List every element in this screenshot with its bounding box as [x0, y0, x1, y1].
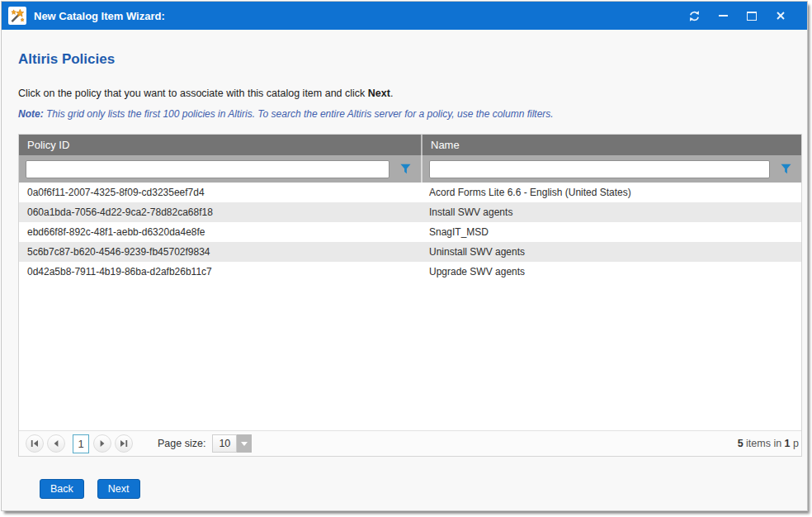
- next-page-button[interactable]: [93, 434, 111, 453]
- note-text: Note: This grid only lists the first 100…: [18, 108, 802, 120]
- grid-body: 0a0f6f11-2007-4325-8f09-cd3235eef7d4 Aco…: [19, 183, 801, 282]
- last-page-icon: [120, 439, 128, 448]
- filter-cell-policy-id: [19, 155, 421, 183]
- column-header-name[interactable]: Name: [421, 135, 801, 155]
- wizard-footer: Back Next: [40, 479, 802, 499]
- pages-count-label: p: [791, 438, 799, 449]
- wizard-window: New Catalog Item Wizard: Altiris: [2, 2, 807, 510]
- note-label: Note:: [18, 108, 44, 120]
- window-controls: [687, 9, 787, 22]
- instruction-suffix: .: [390, 88, 393, 99]
- filter-funnel-icon: [400, 164, 411, 174]
- filter-cell-name: [421, 155, 801, 183]
- policy-id-filter-button[interactable]: [389, 155, 421, 183]
- filter-funnel-icon: [781, 164, 791, 174]
- cell-policy-id[interactable]: 0d42a5b8-7911-4b19-86ba-d2afb26b11c7: [19, 262, 421, 282]
- last-page-button[interactable]: [115, 434, 133, 453]
- grid-filter-row: [19, 155, 801, 183]
- current-page-indicator[interactable]: 1: [73, 434, 89, 453]
- previous-page-button[interactable]: [47, 434, 65, 453]
- page-title: Altiris Policies: [18, 51, 802, 68]
- table-row[interactable]: 060a1bda-7056-4d22-9ca2-78d82ca68f18 Ins…: [19, 202, 801, 222]
- cell-name[interactable]: Acord Forms Lite 6.6 - English (United S…: [421, 183, 801, 202]
- items-count-number: 5: [738, 438, 744, 449]
- cell-policy-id[interactable]: ebd66f8f-892c-48f1-aebb-d6320da4e8fe: [19, 222, 421, 242]
- maximize-icon[interactable]: [745, 9, 758, 22]
- table-row[interactable]: 0d42a5b8-7911-4b19-86ba-d2afb26b11c7 Upg…: [19, 262, 801, 282]
- first-page-button[interactable]: [26, 434, 44, 453]
- first-page-icon: [31, 439, 39, 448]
- table-row[interactable]: ebd66f8f-892c-48f1-aebb-d6320da4e8fe Sna…: [19, 222, 801, 242]
- back-button[interactable]: Back: [40, 479, 84, 499]
- items-count-text: 5 items in 1 p: [738, 438, 799, 449]
- instruction-bold: Next: [368, 88, 390, 99]
- previous-page-icon: [52, 439, 60, 448]
- name-filter-button[interactable]: [770, 155, 801, 183]
- cell-policy-id[interactable]: 060a1bda-7056-4d22-9ca2-78d82ca68f18: [19, 202, 421, 222]
- policies-grid: Policy ID Name: [18, 134, 802, 457]
- note-body: This grid only lists the first 100 polic…: [44, 108, 554, 120]
- cell-name[interactable]: SnagIT_MSD: [421, 222, 801, 242]
- next-button[interactable]: Next: [97, 479, 140, 499]
- page-size-label: Page size:: [158, 438, 205, 449]
- cell-policy-id[interactable]: 5c6b7c87-b620-4546-9239-fb45702f9834: [19, 242, 421, 262]
- name-filter-input[interactable]: [429, 160, 770, 178]
- policy-id-filter-input[interactable]: [26, 160, 389, 178]
- cell-policy-id[interactable]: 0a0f6f11-2007-4325-8f09-cd3235eef7d4: [19, 183, 421, 202]
- chevron-down-icon[interactable]: [237, 434, 252, 453]
- grid-empty-area: [19, 282, 801, 430]
- wizard-app-icon: [8, 7, 26, 25]
- content-area: Altiris Policies Click on the policy tha…: [2, 51, 807, 499]
- table-row[interactable]: 0a0f6f11-2007-4325-8f09-cd3235eef7d4 Aco…: [19, 183, 801, 202]
- instruction-prefix: Click on the policy that you want to ass…: [18, 88, 368, 99]
- cell-name[interactable]: Install SWV agents: [421, 202, 801, 222]
- table-row[interactable]: 5c6b7c87-b620-4546-9239-fb45702f9834 Uni…: [19, 242, 801, 262]
- grid-header-row: Policy ID Name: [19, 135, 801, 155]
- titlebar: New Catalog Item Wizard:: [2, 2, 807, 30]
- refresh-icon[interactable]: [687, 9, 701, 22]
- instruction-text: Click on the policy that you want to ass…: [18, 88, 802, 99]
- cell-name[interactable]: Uninstall SWV agents: [421, 242, 801, 262]
- minimize-icon[interactable]: [716, 9, 729, 22]
- page-size-dropdown[interactable]: 10: [212, 434, 252, 453]
- close-icon[interactable]: [774, 9, 787, 22]
- items-count-label: items in: [744, 438, 785, 449]
- window-title: New Catalog Item Wizard:: [34, 10, 687, 22]
- pages-count-number: 1: [785, 438, 791, 449]
- cell-name[interactable]: Upgrade SWV agents: [421, 262, 801, 282]
- column-header-policy-id[interactable]: Policy ID: [19, 135, 421, 155]
- pager-bar: 1 Page size: 10 5 items in 1 p: [19, 430, 801, 456]
- next-page-icon: [98, 439, 106, 448]
- page-size-value: 10: [212, 434, 237, 453]
